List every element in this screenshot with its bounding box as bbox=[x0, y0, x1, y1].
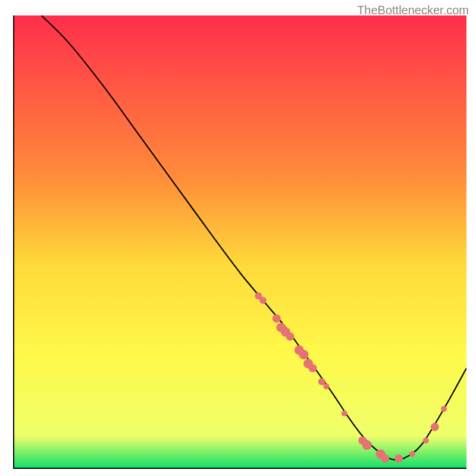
axes-frame bbox=[13, 15, 466, 469]
watermark-text: TheBottlenecker.com bbox=[357, 4, 469, 17]
